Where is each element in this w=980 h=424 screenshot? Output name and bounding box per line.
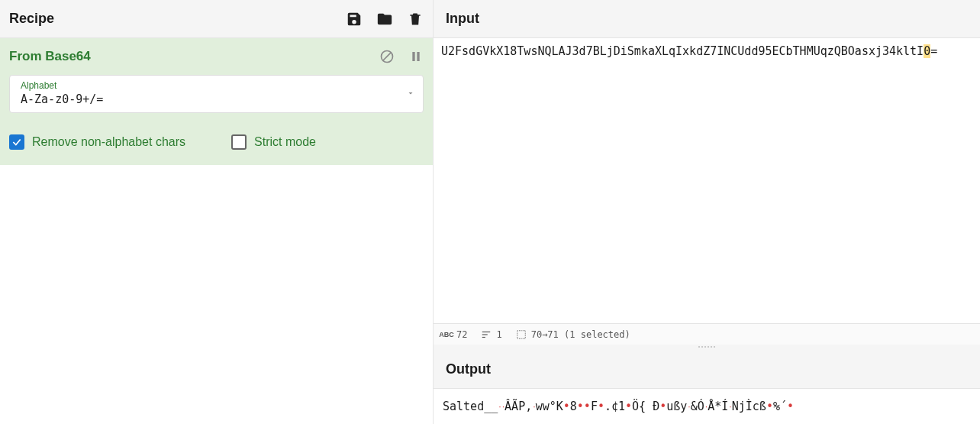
output-segment: &Ó: [691, 400, 704, 413]
disable-icon[interactable]: [379, 49, 395, 64]
output-segment: %´: [773, 400, 787, 413]
output-segment: ··: [498, 403, 505, 411]
operation-actions: [379, 49, 424, 64]
remove-non-alphabet-checkbox[interactable]: Remove non-alphabet chars: [9, 134, 185, 150]
chevron-down-icon: [406, 89, 415, 98]
selection-icon: [516, 329, 527, 340]
svg-rect-7: [517, 330, 525, 338]
checkbox-checked-icon: [9, 134, 24, 150]
input-text-after: =: [930, 44, 937, 58]
svg-rect-3: [417, 52, 419, 61]
output-segment: ww°K: [536, 400, 563, 413]
alphabet-value: A-Za-z0-9+/=: [21, 92, 103, 106]
output-segment: •: [766, 400, 773, 413]
output-segment: •: [659, 400, 666, 413]
recipe-title: Recipe: [9, 11, 54, 27]
operation-header: From Base64: [9, 49, 424, 64]
output-segment: Salted__: [443, 400, 498, 413]
pause-icon[interactable]: [408, 49, 424, 64]
svg-line-1: [383, 53, 391, 60]
output-segment: 8: [570, 400, 577, 413]
status-length-value: 72: [456, 329, 467, 340]
input-title: Input: [446, 11, 479, 27]
abc-icon: ABC: [441, 329, 452, 340]
output-segment: NjÌcß: [732, 400, 766, 413]
recipe-header: Recipe: [0, 0, 433, 38]
output-segment: .¢1: [604, 400, 625, 413]
input-statusbar: ABC 72 1 70→71 (1 selected): [434, 323, 980, 345]
input-text-before: U2FsdGVkX18TwsNQLAJ3d7BLjDiSmkaXLqIxkdZ7…: [441, 44, 924, 58]
strict-mode-checkbox[interactable]: Strict mode: [231, 134, 316, 150]
output-header: Output: [434, 351, 980, 389]
svg-rect-2: [412, 52, 414, 61]
alphabet-label: Alphabet: [21, 80, 103, 91]
lines-icon: [481, 329, 492, 340]
trash-icon[interactable]: [407, 11, 424, 28]
output-segment: ußy: [666, 400, 687, 413]
remove-non-alphabet-label: Remove non-alphabet chars: [32, 135, 185, 149]
output-segment: •: [563, 400, 570, 413]
folder-icon[interactable]: [376, 11, 393, 28]
operation-from-base64: From Base64 Alphabet A-Za-z0-9+/=: [0, 38, 433, 165]
input-header: Input: [434, 0, 980, 38]
output-segment: Å*Í: [708, 400, 728, 413]
output-segment: •: [598, 400, 604, 413]
resize-grip[interactable]: [434, 345, 980, 351]
recipe-panel: Recipe From Base64: [0, 0, 434, 424]
status-selection-value: 70→71 (1 selected): [531, 329, 630, 340]
save-icon[interactable]: [346, 11, 363, 28]
status-selection: 70→71 (1 selected): [516, 329, 630, 340]
checkbox-unchecked-icon: [231, 134, 247, 150]
alphabet-select[interactable]: Alphabet A-Za-z0-9+/=: [9, 75, 424, 113]
status-length: ABC 72: [441, 329, 467, 340]
output-segment: ••: [577, 400, 591, 413]
status-lines: 1: [481, 329, 501, 340]
output-textarea[interactable]: Salted__··ÂÃP,·ww°K•8••F•.¢1•Ö{ Ð•ußy·&Ó…: [434, 389, 980, 424]
output-segment: •: [625, 400, 632, 413]
input-selection: 0: [924, 44, 930, 58]
output-segment: F: [591, 400, 598, 413]
operation-options: Remove non-alphabet chars Strict mode: [9, 134, 424, 150]
io-panel: Input U2FsdGVkX18TwsNQLAJ3d7BLjDiSmkaXLq…: [434, 0, 980, 424]
strict-mode-label: Strict mode: [254, 135, 316, 149]
operation-title: From Base64: [9, 49, 91, 64]
output-title: Output: [446, 361, 491, 377]
input-textarea[interactable]: U2FsdGVkX18TwsNQLAJ3d7BLjDiSmkaXLqIxkdZ7…: [434, 38, 980, 323]
output-segment: ÂÃP,: [505, 400, 532, 413]
status-lines-value: 1: [496, 329, 501, 340]
recipe-header-actions: [346, 11, 424, 28]
output-segment: Ö{ Ð: [632, 400, 659, 413]
output-segment: •: [787, 400, 794, 413]
